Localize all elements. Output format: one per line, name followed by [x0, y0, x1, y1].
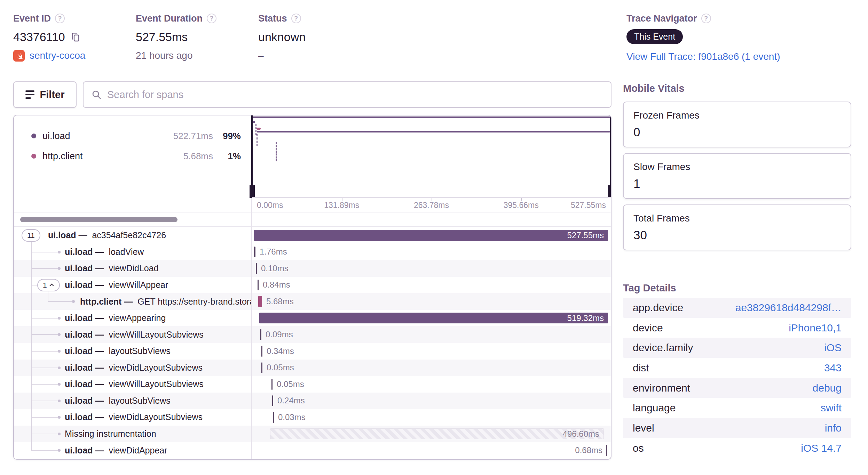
ops-breakdown: ui.load522.71ms99%http.client5.68ms1%	[14, 115, 252, 212]
tree-node-dot	[58, 350, 61, 353]
span-row[interactable]: Missing instrumentation496.60ms	[14, 426, 611, 442]
view-full-trace-link[interactable]: View Full Trace: f901a8e6 (1 event)	[626, 51, 780, 62]
span-tree-cell[interactable]: ui.load — layoutSubViews	[14, 343, 252, 360]
span-label[interactable]: ui.load — viewDidLayoutSubviews	[65, 360, 203, 376]
span-bar-lane[interactable]: 496.60ms	[252, 426, 611, 442]
span-bar-lane[interactable]: 0.68ms	[252, 442, 611, 459]
span-tree-cell[interactable]: ui.load — viewDidAppear	[14, 442, 252, 459]
minimap-right-handle-grip[interactable]	[608, 185, 611, 198]
span-label[interactable]: ui.load — loadView	[65, 244, 144, 260]
span-bar-lane[interactable]: 527.55ms	[252, 227, 611, 244]
span-bar[interactable]	[271, 379, 273, 390]
minimap-left-handle[interactable]	[251, 115, 253, 185]
tag-value-link[interactable]: swift	[821, 402, 842, 414]
span-row[interactable]: ui.load — viewWillLayoutSubviews0.05ms	[14, 376, 611, 393]
span-tree-cell[interactable]: ui.load — layoutSubViews	[14, 393, 252, 409]
tree-connector	[31, 417, 58, 418]
span-bar[interactable]	[258, 280, 259, 291]
span-bar-lane[interactable]: 519.32ms	[252, 310, 611, 327]
filter-button[interactable]: Filter	[13, 81, 77, 108]
span-row[interactable]: ui.load — viewWillLayoutSubviews0.09ms	[14, 326, 611, 343]
span-label[interactable]: ui.load — layoutSubViews	[65, 393, 171, 409]
span-bar-lane[interactable]: 0.09ms	[252, 326, 611, 343]
help-icon[interactable]: ?	[291, 14, 301, 23]
span-bar[interactable]	[260, 329, 261, 340]
span-bar[interactable]	[261, 346, 262, 357]
search-input[interactable]	[107, 89, 603, 100]
span-bar[interactable]	[273, 412, 274, 423]
tag-value-link[interactable]: ae3829618d484298f…	[735, 302, 842, 314]
tag-value-link[interactable]: iOS 14.7	[801, 442, 842, 454]
span-tree-cell[interactable]: 1ui.load — viewWillAppear	[14, 277, 252, 293]
span-bar[interactable]: 527.55ms	[254, 230, 608, 241]
span-bar-lane[interactable]: 0.05ms	[252, 376, 611, 393]
span-row[interactable]: ui.load — viewDidLayoutSubviews0.03ms	[14, 409, 611, 426]
span-row[interactable]: ui.load — layoutSubViews0.34ms	[14, 343, 611, 360]
span-tree-cell[interactable]: http.client — GET https://sentry-brand.s…	[14, 293, 252, 310]
span-row[interactable]: http.client — GET https://sentry-brand.s…	[14, 293, 611, 310]
tag-value-link[interactable]: debug	[813, 382, 842, 394]
span-bar-lane[interactable]: 0.34ms	[252, 343, 611, 360]
span-tree-cell[interactable]: 11ui.load — ac354af5e82c4726	[14, 227, 252, 244]
span-bar-lane[interactable]: 0.84ms	[252, 277, 611, 293]
span-row[interactable]: ui.load — viewAppearing519.32ms	[14, 310, 611, 327]
span-label[interactable]: ui.load — layoutSubViews	[65, 343, 171, 360]
span-tree-cell[interactable]: ui.load — viewAppearing	[14, 310, 252, 327]
help-icon[interactable]: ?	[55, 14, 65, 23]
span-expand-pill[interactable]: 1	[37, 279, 60, 291]
missing-instrumentation-bar[interactable]: 496.60ms	[270, 428, 604, 440]
copy-icon[interactable]	[70, 31, 81, 42]
span-tree-cell[interactable]: ui.load — viewDidLayoutSubviews	[14, 409, 252, 426]
span-row[interactable]: ui.load — loadView1.76ms	[14, 244, 611, 260]
minimap-left-handle-grip[interactable]	[250, 185, 255, 198]
span-bar-lane[interactable]: 0.24ms	[252, 393, 611, 409]
span-row[interactable]: ui.load — layoutSubViews0.24ms	[14, 393, 611, 409]
minimap[interactable]: 0.00ms131.89ms263.78ms395.66ms527.55ms	[252, 115, 611, 212]
span-children-count-pill[interactable]: 11	[22, 229, 40, 242]
span-tree-cell[interactable]: ui.load — viewWillLayoutSubviews	[14, 376, 252, 393]
span-bar-lane[interactable]: 0.05ms	[252, 360, 611, 376]
tag-value-link[interactable]: iOS	[824, 342, 842, 354]
span-tree-cell[interactable]: Missing instrumentation	[14, 426, 252, 442]
help-icon[interactable]: ?	[701, 14, 711, 23]
span-bar[interactable]	[606, 445, 607, 456]
span-bar[interactable]	[272, 395, 273, 406]
span-label[interactable]: ui.load — viewWillAppear	[65, 277, 168, 293]
span-label[interactable]: ui.load — ac354af5e82c4726	[48, 227, 166, 244]
span-bar[interactable]	[256, 263, 257, 274]
span-label[interactable]: ui.load — viewAppearing	[65, 310, 166, 327]
span-bar-lane[interactable]: 1.76ms	[252, 244, 611, 260]
span-op: ui.load —	[65, 396, 106, 406]
span-bar-lane[interactable]: 0.03ms	[252, 409, 611, 426]
span-bar[interactable]: 519.32ms	[259, 313, 608, 324]
span-row[interactable]: ui.load — viewDidAppear0.68ms	[14, 442, 611, 459]
span-label[interactable]: ui.load — viewDidAppear	[65, 442, 167, 459]
span-label[interactable]: ui.load — viewDidLoad	[65, 260, 159, 277]
span-row[interactable]: 11ui.load — ac354af5e82c4726527.55ms	[14, 227, 611, 244]
span-bar[interactable]	[258, 296, 262, 307]
event-duration-stat: Event Duration ? 527.55ms 21 hours ago	[136, 13, 216, 62]
span-label[interactable]: ui.load — viewWillLayoutSubviews	[65, 326, 204, 343]
help-icon[interactable]: ?	[207, 14, 216, 23]
span-row[interactable]: ui.load — viewDidLoad0.10ms	[14, 260, 611, 277]
span-tree-cell[interactable]: ui.load — viewWillLayoutSubviews	[14, 326, 252, 343]
span-row[interactable]: ui.load — viewDidLayoutSubviews0.05ms	[14, 360, 611, 376]
span-label[interactable]: Missing instrumentation	[65, 426, 156, 442]
span-tree-cell[interactable]: ui.load — viewDidLayoutSubviews	[14, 360, 252, 376]
span-bar[interactable]	[261, 362, 262, 373]
tag-value-link[interactable]: iPhone10,1	[789, 322, 842, 334]
tag-value-link[interactable]: info	[825, 422, 842, 434]
project-link[interactable]: sentry-cocoa	[30, 50, 85, 61]
span-tree-cell[interactable]: ui.load — loadView	[14, 244, 252, 260]
span-bar[interactable]	[254, 247, 255, 258]
minimap-right-handle[interactable]	[610, 115, 611, 185]
span-bar-lane[interactable]: 5.68ms	[252, 293, 611, 310]
span-label[interactable]: ui.load — viewWillLayoutSubviews	[65, 376, 204, 393]
span-row[interactable]: 1ui.load — viewWillAppear0.84ms	[14, 277, 611, 293]
span-bar-lane[interactable]: 0.10ms	[252, 260, 611, 277]
horizontal-scrollbar-thumb[interactable]	[20, 217, 177, 222]
tag-value-link[interactable]: 343	[824, 362, 842, 374]
span-tree-cell[interactable]: ui.load — viewDidLoad	[14, 260, 252, 277]
span-label[interactable]: http.client — GET https://sentry-brand.s…	[80, 293, 252, 310]
span-label[interactable]: ui.load — viewDidLayoutSubviews	[65, 409, 203, 426]
